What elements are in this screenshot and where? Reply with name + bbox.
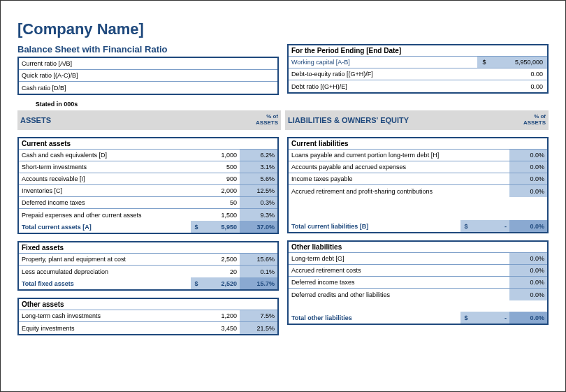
row-pct: 9.3% [240, 209, 277, 221]
row-label: Accounts payable and accrued expenses [289, 161, 460, 173]
ratio-label: Cash ratio [D/B] [19, 85, 228, 92]
data-row: Cash and cash equivalents [D]1,0006.2% [19, 150, 277, 161]
row-value [472, 277, 509, 288]
working-value: 5,950,000 [491, 57, 547, 68]
row-label: Deferred credits and other liabilities [289, 289, 460, 300]
currency-symbol: $ [191, 221, 202, 233]
row-sym [460, 277, 472, 288]
row-label: Property, plant and equipment at cost [19, 254, 191, 265]
subsection-title: Fixed assets [19, 242, 277, 254]
row-pct: 0.0% [509, 277, 547, 288]
row-label: Long-term debt [G] [289, 253, 460, 264]
total-row: Total fixed assets $ 2,520 15.7% [19, 277, 277, 289]
data-row: Equity investments3,45021.5% [19, 322, 277, 334]
subsection-title: Other liabilities [289, 242, 547, 253]
currency-symbol: $ [477, 57, 491, 68]
row-sym [191, 254, 202, 265]
row-pct: 12.5% [240, 185, 277, 196]
row-pct: 7.5% [240, 310, 277, 321]
row-sym [191, 322, 202, 334]
row-value [472, 265, 509, 276]
total-value: 2,520 [202, 277, 240, 289]
row-value [472, 173, 509, 184]
row-sym [191, 209, 202, 221]
subsection-title: Current assets [19, 138, 277, 150]
row-value: 1,000 [202, 150, 240, 161]
row-pct: 6.2% [240, 150, 277, 161]
row-pct: 0.1% [240, 266, 277, 277]
pct-assets-label: % of ASSETS [243, 114, 281, 126]
currency-symbol: $ [460, 312, 472, 324]
ratio-label: Quick ratio [(A-C)/B] [19, 72, 228, 79]
row-label: Loans payable and current portion long-t… [289, 150, 460, 161]
stated-in: Stated in 000s [17, 101, 96, 108]
fixed-assets-section: Fixed assets Property, plant and equipme… [17, 241, 279, 291]
data-row: Loans payable and current portion long-t… [289, 150, 547, 161]
row-pct: 0.3% [240, 197, 277, 208]
total-row: Total other liabilities $ - 0.0% [289, 312, 547, 324]
period-box: For the Period Ending [End Date] Working… [287, 44, 549, 94]
row-value [472, 253, 509, 264]
row-sym [460, 253, 472, 264]
row-label: Accrued retirement costs [289, 265, 460, 276]
row-sym [460, 265, 472, 276]
row-label: Deferred income taxes [19, 197, 191, 208]
row-sym [191, 161, 202, 173]
assets-header: ASSETS % of ASSETS [17, 110, 281, 130]
row-sym [191, 310, 202, 321]
period-title: For the Period Ending [End Date] [289, 45, 547, 57]
row-value: 500 [202, 161, 240, 173]
total-label: Total other liabilities [289, 312, 460, 324]
data-row: Prepaid expenses and other current asset… [19, 209, 277, 221]
row-label: Accounts receivable [I] [19, 173, 191, 184]
total-label: Total current liabilities [B] [289, 220, 460, 232]
row-value: 2,500 [202, 254, 240, 265]
row-sym [191, 185, 202, 196]
total-value: - [472, 312, 509, 324]
row-label: Short-term investments [19, 161, 191, 173]
row-sym [460, 289, 472, 300]
row-label: Less accumulated depreciation [19, 266, 191, 277]
row-label: Income taxes payable [289, 173, 460, 184]
data-row: Accounts payable and accrued expenses0.0… [289, 161, 547, 173]
data-row: Deferred income taxes0.0% [289, 277, 547, 289]
current-assets-section: Current assets Cash and cash equivalents… [17, 137, 279, 234]
row-value: 1,200 [202, 310, 240, 321]
row-pct: 0.0% [509, 161, 547, 173]
working-value: 0.00 [477, 68, 547, 80]
row-sym [191, 197, 202, 208]
row-value [472, 161, 509, 173]
data-row: Less accumulated depreciation200.1% [19, 266, 277, 277]
subsection-title: Current liabilities [289, 138, 547, 150]
row-pct: 15.6% [240, 254, 277, 265]
row-pct: 21.5% [240, 322, 277, 334]
data-row: Accrued retirement costs0.0% [289, 265, 547, 277]
data-row: Long-term debt [G]0.0% [289, 253, 547, 265]
ratio-label: Current ratio [A/B] [19, 60, 228, 67]
data-row: Deferred income taxes500.3% [19, 197, 277, 209]
row-pct: 3.1% [240, 161, 277, 173]
row-sym [191, 150, 202, 161]
row-sym [460, 161, 472, 173]
data-row: Long-term cash investments1,2007.5% [19, 310, 277, 322]
working-label: Debt-to-equity ratio [(G+H)/F] [289, 71, 477, 78]
working-value: 0.00 [477, 80, 547, 92]
total-pct: 0.0% [509, 312, 547, 324]
row-value: 900 [202, 173, 240, 184]
data-row: Income taxes payable0.0% [289, 173, 547, 185]
row-sym [460, 173, 472, 184]
row-sym [460, 150, 472, 161]
row-value: 2,000 [202, 185, 240, 196]
liabilities-title: LIABILITIES & OWNERS' EQUITY [285, 116, 511, 124]
currency-symbol: $ [191, 277, 202, 289]
total-row: Total current liabilities [B] $ - 0.0% [289, 220, 547, 232]
total-row: Total current assets [A] $ 5,950 37.0% [19, 221, 277, 233]
row-pct: 0.0% [509, 173, 547, 184]
row-value: 50 [202, 197, 240, 208]
ratio-row: Cash ratio [D/B] [19, 82, 277, 94]
row-pct: 0.0% [509, 150, 547, 161]
row-label: Cash and cash equivalents [D] [19, 150, 191, 161]
row-label: Accrued retirement and profit-sharing co… [289, 185, 460, 197]
row-pct: 0.0% [509, 265, 547, 276]
sheet-subtitle: Balance Sheet with Financial Ratio [17, 44, 279, 55]
